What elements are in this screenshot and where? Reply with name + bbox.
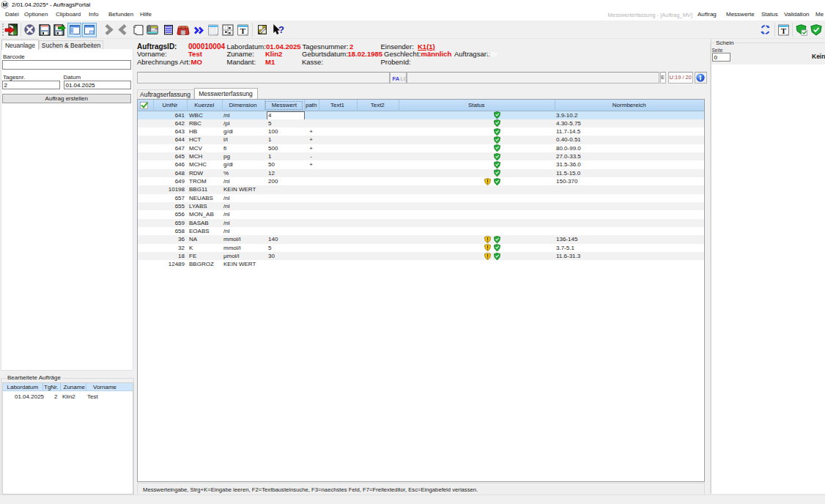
svg-text:T: T [781,26,787,35]
svg-text:M: M [2,1,7,8]
svg-text:?: ? [278,24,284,35]
svg-text:T: T [240,26,246,35]
